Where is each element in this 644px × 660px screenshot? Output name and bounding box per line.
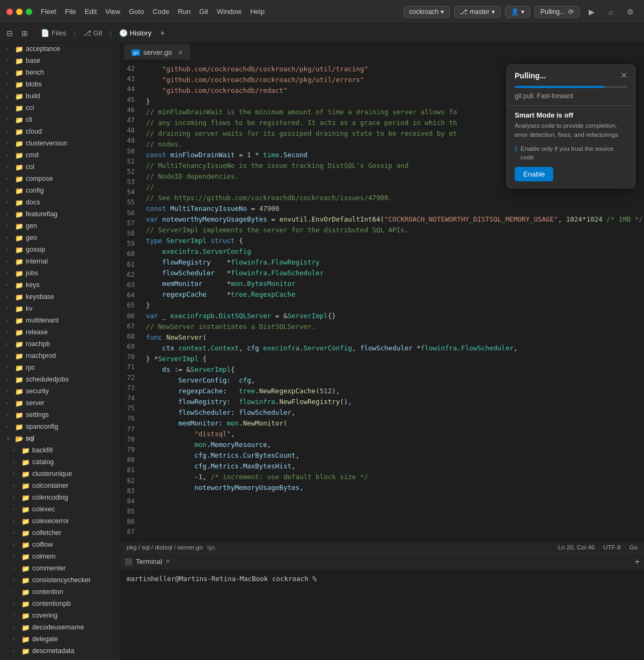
code-line: ds := &ServerImpl{ xyxy=(146,364,640,375)
dir-icon: 📁 xyxy=(15,234,24,242)
enable-smart-mode-button[interactable]: Enable xyxy=(515,167,553,181)
sidebar-item-colfetcher[interactable]: › 📁 colfetcher xyxy=(0,527,120,539)
sidebar-item-colcontainer[interactable]: › 📁 colcontainer xyxy=(0,480,120,492)
sidebar-toggle-icon[interactable]: ⊟ xyxy=(4,27,15,40)
sidebar-item-descmetadata[interactable]: › 📁 descmetadata xyxy=(0,645,120,657)
sidebar-item-roachpb[interactable]: › 📁 roachpb xyxy=(0,338,120,350)
editor-tab-server-go[interactable]: go server.go ✕ xyxy=(125,45,190,60)
sidebar-item-distsql[interactable]: ∨ 📂 distsql xyxy=(0,657,120,660)
sidebar-item-featureflag[interactable]: › 📁 featureflag xyxy=(0,208,120,220)
close-button[interactable] xyxy=(6,9,13,15)
menu-help[interactable]: Help xyxy=(250,8,265,16)
dir-icon: 📁 xyxy=(21,517,30,525)
sidebar-item-ccl[interactable]: › 📁 ccl xyxy=(0,102,120,114)
sidebar-item-keys[interactable]: › 📁 keys xyxy=(0,279,120,291)
terminal-tab-close-button[interactable]: ✕ xyxy=(165,558,170,565)
pulling-button[interactable]: Pulling... ⟳ xyxy=(535,6,580,18)
sidebar-item-consistencychecker[interactable]: › 📁 consistencychecker xyxy=(0,574,120,586)
menu-file[interactable]: File xyxy=(65,8,76,16)
sidebar-item-clusterunique[interactable]: › 📁 clusterunique xyxy=(0,468,120,480)
menu-edit[interactable]: Edit xyxy=(85,8,97,16)
sidebar-item-scheduledjobs[interactable]: › 📁 scheduledjobs xyxy=(0,373,120,385)
sidebar-item-cmd[interactable]: › 📁 cmd xyxy=(0,149,120,161)
sidebar-tab-group: 📄 Files | ⎇ Git | 🕐 History xyxy=(36,27,156,39)
minimize-button[interactable] xyxy=(16,9,23,15)
sidebar-item-delegate[interactable]: › 📁 delegate xyxy=(0,633,120,645)
sidebar-item-compose[interactable]: › 📁 compose xyxy=(0,173,120,185)
sidebar-item-server[interactable]: › 📁 server xyxy=(0,397,120,409)
sidebar-item-decodeusername[interactable]: › 📁 decodeusername xyxy=(0,621,120,633)
sidebar-item-keysbase[interactable]: › 📁 keysbase xyxy=(0,291,120,303)
menu-fleet[interactable]: Fleet xyxy=(41,8,56,16)
sidebar-split-icon[interactable]: ⊞ xyxy=(19,27,30,40)
code-line: flowRegistry *flowinfra.FlowRegistry xyxy=(146,257,640,268)
sidebar-item-settings[interactable]: › 📁 settings xyxy=(0,409,120,421)
branch-selector[interactable]: ⎇ master ▾ xyxy=(454,6,501,18)
sidebar-item-colencoding[interactable]: › 📁 colencoding xyxy=(0,492,120,503)
settings-icon[interactable]: ⚙ xyxy=(623,4,638,19)
dir-icon: 📁 xyxy=(15,246,24,254)
menu-goto[interactable]: Goto xyxy=(129,8,144,16)
sidebar-item-contentionpb[interactable]: › 📁 contentionpb xyxy=(0,598,120,610)
sidebar-item-colflow[interactable]: › 📁 colflow xyxy=(0,539,120,551)
sidebar-item-kv[interactable]: › 📁 kv xyxy=(0,303,120,314)
run-icon[interactable]: ▶ xyxy=(584,4,599,19)
tab-git[interactable]: ⎇ Git xyxy=(79,27,107,39)
go-badge: go xyxy=(131,49,140,56)
menu-window[interactable]: Window xyxy=(217,8,241,16)
sidebar-item-cloud[interactable]: › 📁 cloud xyxy=(0,126,120,137)
code-line: ctx context.Context, cfg execinfra.Serve… xyxy=(146,343,640,354)
sidebar-item-covering[interactable]: › 📁 covering xyxy=(0,610,120,621)
chevron-right-icon: › xyxy=(13,566,19,571)
sidebar-item-internal[interactable]: › 📁 internal xyxy=(0,255,120,267)
tab-files[interactable]: 📄 Files xyxy=(36,27,70,39)
sidebar-item-bench[interactable]: › 📁 bench xyxy=(0,67,120,78)
code-line: flowScheduler *flowinfra.FlowScheduler xyxy=(146,268,640,278)
pulling-popup-close-button[interactable]: ✕ xyxy=(620,70,627,80)
sidebar-item-commenter[interactable]: › 📁 commenter xyxy=(0,562,120,574)
sidebar-item-rpc[interactable]: › 📁 rpc xyxy=(0,362,120,373)
sidebar-item-clusterversion[interactable]: › 📁 clusterversion xyxy=(0,137,120,149)
maximize-button[interactable] xyxy=(26,9,32,15)
sidebar-item-roachprod[interactable]: › 📁 roachprod xyxy=(0,350,120,362)
sidebar-item-sql[interactable]: ∨ 📂 sql xyxy=(0,432,120,444)
info-icon: ℹ xyxy=(515,144,517,154)
sidebar-item-colexecerror[interactable]: › 📁 colexecerror xyxy=(0,515,120,527)
sidebar-item-backfill[interactable]: › 📁 backfill xyxy=(0,444,120,456)
sidebar-item-acceptance[interactable]: › 📁 acceptance xyxy=(0,43,120,55)
sidebar-item-col[interactable]: › 📁 col xyxy=(0,161,120,173)
sidebar-item-gen[interactable]: › 📁 gen xyxy=(0,220,120,232)
sidebar-item-multitenant[interactable]: › 📁 multitenant xyxy=(0,314,120,326)
sidebar-item-release[interactable]: › 📁 release xyxy=(0,326,120,338)
sidebar-item-cli[interactable]: › 📁 cli xyxy=(0,114,120,126)
sidebar-item-colmem[interactable]: › 📁 colmem xyxy=(0,551,120,562)
sidebar-item-security[interactable]: › 📁 security xyxy=(0,385,120,397)
menu-code[interactable]: Code xyxy=(152,8,169,16)
user-selector[interactable]: 👤 ▾ xyxy=(505,6,530,18)
sidebar-item-base[interactable]: › 📁 base xyxy=(0,55,120,67)
sidebar-item-gossip[interactable]: › 📁 gossip xyxy=(0,244,120,255)
menu-git[interactable]: Git xyxy=(199,8,208,16)
sidebar-item-contention[interactable]: › 📁 contention xyxy=(0,586,120,598)
sidebar-item-jobs[interactable]: › 📁 jobs xyxy=(0,267,120,279)
sidebar-item-build[interactable]: › 📁 build xyxy=(0,90,120,102)
sidebar-item-docs[interactable]: › 📁 docs xyxy=(0,196,120,208)
search-icon[interactable]: ⌕ xyxy=(603,4,618,19)
repo-selector[interactable]: cockroach ▾ xyxy=(404,6,450,18)
sidebar-item-spanconfig[interactable]: › 📁 spanconfig xyxy=(0,421,120,432)
menu-run[interactable]: Run xyxy=(178,8,191,16)
sidebar-item-blobs[interactable]: › 📁 blobs xyxy=(0,78,120,90)
sidebar-item-colexec[interactable]: › 📁 colexec xyxy=(0,503,120,515)
add-tab-button[interactable]: + xyxy=(160,28,165,38)
terminal-add-button[interactable]: + xyxy=(635,557,640,567)
terminal-tab[interactable]: ⬛ Terminal ✕ xyxy=(125,558,170,566)
code-line: } xyxy=(146,300,640,311)
chevron-down-icon: ▾ xyxy=(492,8,495,16)
tab-close-button[interactable]: ✕ xyxy=(178,49,183,56)
sidebar-item-config[interactable]: › 📁 config xyxy=(0,185,120,196)
tab-history[interactable]: 🕐 History xyxy=(115,27,156,39)
terminal-content[interactable]: martinheller@Martins-Retina-MacBook cock… xyxy=(120,570,644,660)
sidebar-item-geo[interactable]: › 📁 geo xyxy=(0,232,120,244)
sidebar-item-catalog[interactable]: › 📁 catalog xyxy=(0,456,120,468)
menu-view[interactable]: View xyxy=(105,8,120,16)
